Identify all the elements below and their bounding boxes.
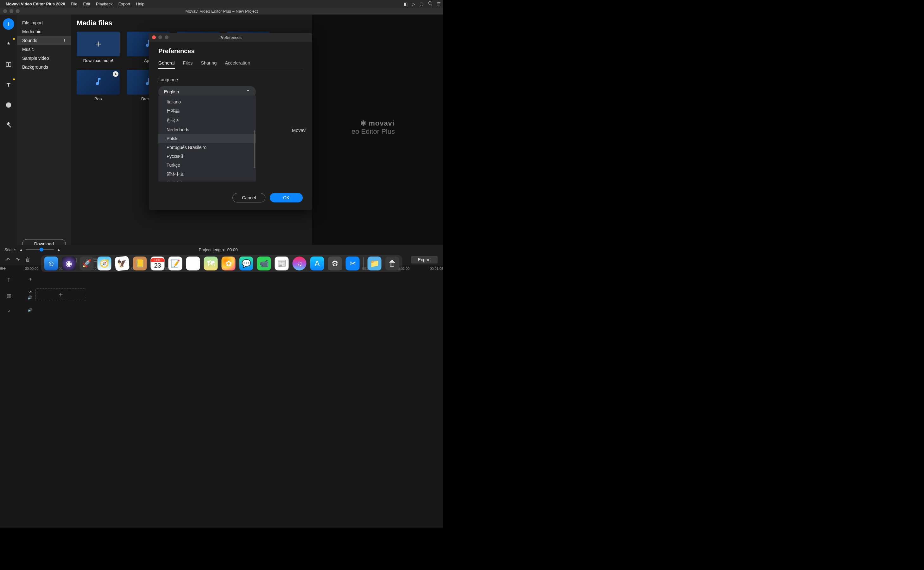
rail-stickers-icon[interactable] — [3, 99, 14, 111]
hidden-text-behind-dropdown: Movavi — [292, 128, 306, 133]
window-titlebar: Movavi Video Editor Plus – New Project — [0, 8, 443, 15]
menubar-playback[interactable]: Playback — [96, 2, 113, 6]
tab-acceleration[interactable]: Acceleration — [225, 60, 250, 69]
dock-reminders-icon[interactable]: ☑ — [186, 256, 200, 270]
download-icon: ⬇ — [63, 38, 66, 43]
menubar-help[interactable]: Help — [136, 2, 145, 6]
visibility-icon[interactable]: 👁 — [29, 277, 32, 282]
sidebar-item-file-import[interactable]: File import — [17, 18, 71, 27]
sidebar-item-backgrounds[interactable]: Backgrounds — [17, 63, 71, 72]
dock-divider — [363, 257, 364, 270]
delete-icon[interactable]: 🗑 — [25, 257, 31, 263]
ok-button[interactable]: OK — [270, 193, 303, 202]
dock-finder-icon[interactable]: ☺ — [44, 256, 58, 270]
menu-extra-icon[interactable]: ◧ — [404, 2, 407, 6]
redo-icon[interactable]: ↷ — [15, 257, 20, 263]
dock-movavi-icon[interactable]: ✂ — [346, 256, 360, 270]
preferences-heading: Preferences — [158, 48, 303, 55]
language-option[interactable]: 한국어 — [158, 116, 256, 125]
menubar-export[interactable]: Export — [118, 2, 131, 6]
download-icon: ⬇ — [113, 71, 118, 77]
dock-trash-icon[interactable]: 🗑 — [385, 256, 399, 270]
zoom-out-icon[interactable]: ▲ — [19, 247, 23, 252]
zoom-in-icon[interactable]: ▲ — [57, 247, 61, 252]
close-icon[interactable] — [152, 35, 156, 39]
preview-placeholder: ✱ movavi eo Editor Plus — [360, 119, 395, 136]
dock-photos-icon[interactable]: ✿ — [221, 256, 235, 270]
menubar-app-title[interactable]: Movavi Video Editor Plus 2020 — [6, 2, 65, 6]
dock-messages-icon[interactable]: 💬 — [239, 256, 253, 270]
sidebar-item-sounds[interactable]: Sounds⬇ — [17, 36, 71, 45]
dialog-traffic-lights[interactable] — [149, 35, 168, 39]
language-option[interactable]: Italiano — [158, 97, 256, 106]
visibility-icon[interactable]: 👁 — [29, 290, 32, 294]
undo-icon[interactable]: ↶ — [6, 257, 10, 263]
rail-filters-icon[interactable] — [3, 38, 14, 50]
audio-icon[interactable]: 🔊 — [28, 308, 32, 312]
media-card[interactable]: ⬇ Boo — [77, 70, 120, 101]
video-track-icon: ▥ — [7, 293, 11, 299]
rail-titles-icon[interactable] — [3, 79, 14, 90]
dock-downloads-icon[interactable]: 📁 — [367, 256, 381, 270]
dock-music-icon[interactable]: ♫ — [292, 256, 306, 270]
menubar-file[interactable]: File — [71, 2, 78, 6]
language-option[interactable]: 繁體中文 — [158, 179, 256, 182]
dock-preferences-icon[interactable]: ⚙ — [328, 256, 342, 270]
dock-mail-icon[interactable]: 🦅 — [115, 256, 130, 271]
preferences-tabs: General Files Sharing Acceleration — [158, 60, 303, 69]
media-sidebar: File import Media bin Sounds⬇ Music Samp… — [17, 15, 71, 254]
language-option[interactable]: Русский — [158, 152, 256, 161]
menubar-edit[interactable]: Edit — [83, 2, 90, 6]
track-audio[interactable]: ♪ 🔊 — [3, 302, 443, 317]
dock-notes-icon[interactable]: 📝 — [168, 256, 182, 270]
menu-extra-icon[interactable]: ▷ — [412, 2, 415, 6]
dock-launchpad-icon[interactable]: 🚀 — [80, 256, 94, 270]
language-label: Language — [158, 77, 303, 82]
spotlight-icon[interactable] — [428, 1, 432, 7]
language-option[interactable]: Nederlands — [158, 125, 256, 134]
window-traffic-lights[interactable] — [0, 9, 20, 13]
tab-sharing[interactable]: Sharing — [201, 60, 217, 69]
language-option[interactable]: Português Brasileiro — [158, 143, 256, 152]
dock-siri-icon[interactable]: ◉ — [62, 256, 76, 270]
rail-import-icon[interactable] — [3, 18, 14, 30]
language-option[interactable]: 日本語 — [158, 106, 256, 116]
plus-icon: + — [95, 38, 101, 50]
sidebar-item-media-bin[interactable]: Media bin — [17, 27, 71, 36]
add-clip-placeholder[interactable]: + — [35, 288, 86, 301]
audio-icon[interactable]: 🔊 — [28, 296, 32, 300]
tab-files[interactable]: Files — [183, 60, 193, 69]
media-card-download-more[interactable]: + Download more! — [77, 32, 120, 63]
sidebar-item-sample-video[interactable]: Sample video — [17, 54, 71, 63]
track-titles[interactable]: T 👁 — [3, 272, 443, 287]
dropdown-scrollbar[interactable] — [254, 130, 255, 168]
status-bar: Scale: ▲ ▲ Project length: 00:00 — [0, 245, 443, 254]
zoom-slider[interactable]: ▲ ▲ — [19, 247, 61, 252]
audio-track-icon: ♪ — [8, 308, 10, 314]
macos-dock: ☺ ◉ 🚀 🧭 🦅 📒 OCT 23 📝 ☑ 🗺 ✿ 💬 📹 📰 ♫ A ⚙ ✂… — [41, 255, 403, 272]
language-option[interactable]: 简体中文 — [158, 170, 256, 179]
tab-general[interactable]: General — [158, 60, 175, 69]
language-option[interactable]: Türkçe — [158, 161, 256, 170]
rail-more-tools-icon[interactable] — [3, 120, 14, 131]
sidebar-item-music[interactable]: Music — [17, 45, 71, 54]
export-button[interactable]: Export — [411, 256, 438, 264]
dialog-title: Preferences — [220, 35, 241, 40]
displays-icon[interactable]: ▢ — [420, 2, 423, 6]
dock-maps-icon[interactable]: 🗺 — [204, 256, 218, 270]
dock-appstore-icon[interactable]: A — [310, 256, 324, 270]
dock-calendar-icon[interactable]: OCT 23 — [151, 256, 165, 270]
dock-safari-icon[interactable]: 🧭 — [97, 256, 111, 270]
menubar-list-icon[interactable]: ☰ — [437, 2, 441, 6]
dock-contacts-icon[interactable]: 📒 — [133, 256, 147, 270]
cancel-button[interactable]: Cancel — [232, 193, 265, 202]
music-note-icon — [94, 77, 103, 87]
chevron-up-icon: ⌃ — [246, 89, 250, 94]
add-track-icon[interactable]: ≡+ — [0, 266, 6, 271]
dock-facetime-icon[interactable]: 📹 — [257, 256, 271, 270]
window-title: Movavi Video Editor Plus – New Project — [186, 9, 258, 14]
language-option[interactable]: Polski — [158, 134, 256, 143]
rail-transitions-icon[interactable] — [3, 59, 14, 70]
track-video[interactable]: ▥ 👁🔊 + — [3, 287, 443, 302]
dock-news-icon[interactable]: 📰 — [275, 256, 289, 270]
